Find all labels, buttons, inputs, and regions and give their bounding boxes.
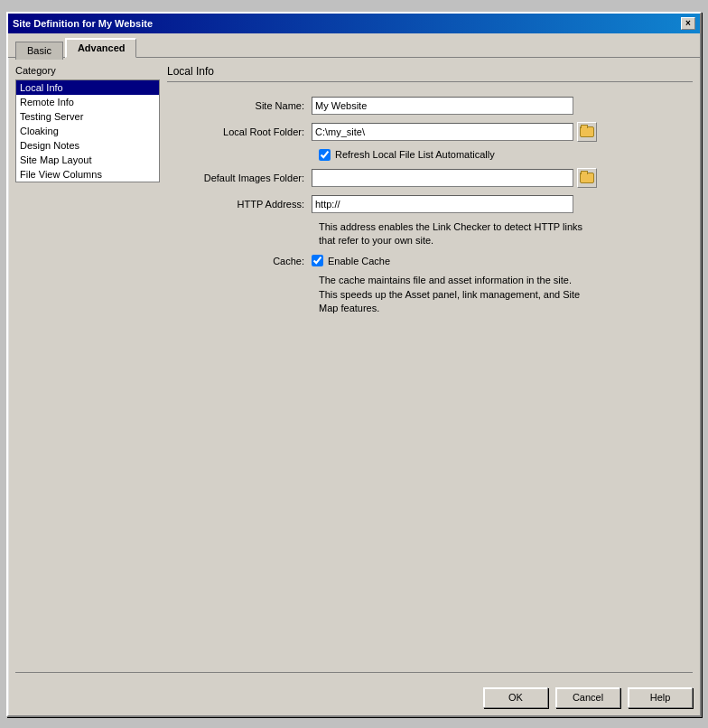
button-row: OK Cancel Help bbox=[8, 680, 700, 715]
sidebar-list: Local Info Remote Info Testing Server Cl… bbox=[15, 79, 160, 182]
divider bbox=[15, 672, 693, 673]
sidebar-item-local-info[interactable]: Local Info bbox=[16, 80, 159, 95]
default-images-input[interactable] bbox=[312, 169, 573, 187]
dialog-content: Category Local Info Remote Info Testing … bbox=[8, 58, 700, 672]
http-address-description: This address enables the Link Checker to… bbox=[319, 220, 590, 248]
local-root-input[interactable] bbox=[312, 123, 573, 141]
sidebar-item-file-view-columns[interactable]: File View Columns bbox=[16, 167, 159, 182]
folder-icon bbox=[580, 173, 594, 183]
default-images-label: Default Images Folder: bbox=[167, 173, 312, 183]
http-address-input[interactable] bbox=[312, 195, 573, 213]
sidebar-item-site-map-layout[interactable]: Site Map Layout bbox=[16, 153, 159, 167]
cache-checkbox-label[interactable]: Enable Cache bbox=[328, 256, 390, 266]
default-images-folder-button[interactable] bbox=[577, 168, 597, 188]
close-button[interactable]: × bbox=[681, 17, 695, 30]
sidebar-item-cloaking[interactable]: Cloaking bbox=[16, 124, 159, 138]
local-root-row: Local Root Folder: bbox=[167, 122, 693, 142]
window-title: Site Definition for My Website bbox=[13, 18, 153, 29]
site-name-row: Site Name: bbox=[167, 97, 693, 115]
form-area: Site Name: Local Root Folder: Refresh Lo… bbox=[167, 89, 693, 323]
sidebar-item-design-notes[interactable]: Design Notes bbox=[16, 138, 159, 153]
cache-description: The cache maintains file and asset infor… bbox=[319, 274, 590, 315]
main-panel: Local Info Site Name: Local Root Folder: bbox=[167, 65, 693, 665]
cache-row: Cache: Enable Cache bbox=[167, 255, 693, 266]
sidebar: Category Local Info Remote Info Testing … bbox=[15, 65, 160, 665]
tab-basic[interactable]: Basic bbox=[15, 42, 63, 60]
folder-icon bbox=[580, 126, 594, 137]
sidebar-item-testing-server[interactable]: Testing Server bbox=[16, 109, 159, 124]
section-header: Local Info bbox=[167, 65, 693, 82]
tab-advanced[interactable]: Advanced bbox=[65, 38, 137, 58]
ok-button[interactable]: OK bbox=[483, 687, 548, 708]
local-root-label: Local Root Folder: bbox=[167, 126, 312, 137]
site-name-input[interactable] bbox=[312, 97, 573, 115]
title-bar: Site Definition for My Website × bbox=[8, 14, 700, 33]
local-root-folder-button[interactable] bbox=[577, 122, 597, 142]
http-address-row: HTTP Address: bbox=[167, 195, 693, 213]
sidebar-item-remote-info[interactable]: Remote Info bbox=[16, 95, 159, 109]
refresh-checkbox-row: Refresh Local File List Automatically bbox=[319, 149, 693, 161]
category-label: Category bbox=[15, 65, 160, 76]
cache-checkbox[interactable] bbox=[312, 255, 323, 266]
site-name-label: Site Name: bbox=[167, 100, 312, 111]
refresh-checkbox[interactable] bbox=[319, 149, 331, 161]
refresh-label[interactable]: Refresh Local File List Automatically bbox=[335, 149, 495, 160]
http-address-label: HTTP Address: bbox=[167, 199, 312, 210]
tab-bar: Basic Advanced bbox=[8, 33, 700, 58]
cancel-button[interactable]: Cancel bbox=[555, 687, 620, 708]
cache-label: Cache: bbox=[167, 256, 312, 266]
help-button[interactable]: Help bbox=[628, 687, 693, 708]
default-images-row: Default Images Folder: bbox=[167, 168, 693, 188]
dialog-window: Site Definition for My Website × Basic A… bbox=[6, 12, 702, 717]
